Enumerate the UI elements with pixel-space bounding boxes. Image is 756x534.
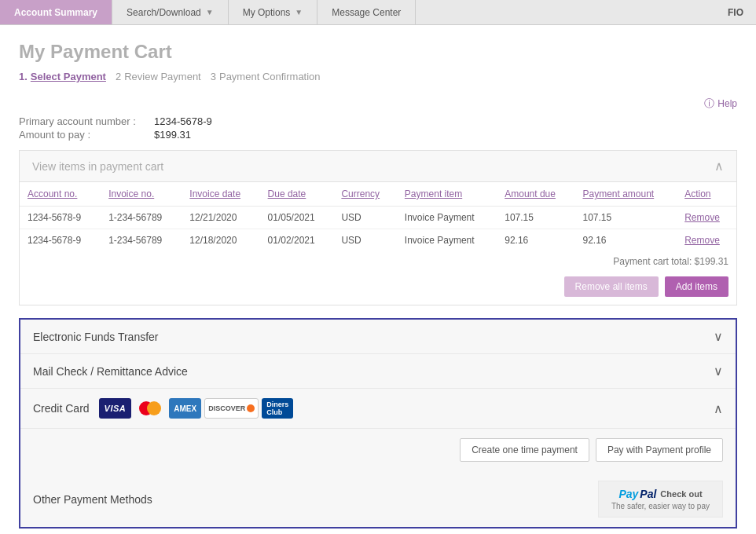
cell-due-date: 01/02/2021 (260, 229, 334, 252)
paypal-sub-text: The safer, easier way to pay (611, 502, 710, 510)
remove-link[interactable]: Remove (684, 212, 720, 223)
cell-payment-amount: 107.15 (574, 207, 677, 229)
paypal-icon-2: Pal (640, 488, 656, 500)
nav-tab-message-center[interactable]: Message Center (317, 0, 416, 24)
page-content: My Payment Cart 1. Select Payment 2 Revi… (0, 25, 756, 534)
cell-invoice-date: 12/21/2020 (182, 207, 259, 229)
step-3: 3 Payment Confirmation (211, 71, 321, 82)
nav-tab-label: My Options (243, 7, 291, 18)
cell-action: Remove (677, 229, 736, 252)
nav-user: FIO (715, 0, 756, 24)
account-info: Primary account number : 1234-5678-9 Amo… (19, 115, 737, 141)
cell-account: 1234-5678-9 (20, 229, 101, 252)
discover-icon: DISCOVER (204, 398, 259, 419)
pay-with-payment-profile-button[interactable]: Pay with Payment profile (596, 438, 723, 462)
table-row: 1234-5678-9 1-234-56789 12/18/2020 01/02… (20, 229, 736, 252)
chevron-up-icon: ∧ (714, 159, 724, 174)
mail-check-row[interactable]: Mail Check / Remittance Advice ∨ (20, 354, 736, 389)
cell-invoice-date: 12/18/2020 (182, 229, 259, 252)
eft-row[interactable]: Electronic Funds Transfer ∨ (20, 320, 736, 354)
chevron-down-icon: ∨ (714, 329, 723, 344)
step-3-label[interactable]: Payment Confirmation (219, 71, 321, 82)
other-payment-label: Other Payment Methods (33, 493, 152, 506)
col-action: Action (677, 182, 736, 207)
step-2-num: 2 (116, 71, 121, 82)
cell-amount-due: 107.15 (497, 207, 574, 229)
col-amount-due[interactable]: Amount due (497, 182, 574, 207)
dropdown-arrow-icon: ▼ (206, 8, 214, 16)
top-nav: Account Summary Search/Download ▼ My Opt… (0, 0, 756, 25)
cell-due-date: 01/05/2021 (260, 207, 334, 229)
step-3-num: 3 (211, 71, 216, 82)
nav-tab-account-summary[interactable]: Account Summary (0, 0, 112, 24)
credit-card-buttons: Create one time payment Pay with Payment… (20, 429, 736, 471)
amex-icon: AMEX (169, 398, 201, 419)
col-payment-item[interactable]: Payment item (397, 182, 497, 207)
chevron-down-icon: ∨ (714, 364, 723, 379)
step-1-label[interactable]: Select Payment (31, 71, 106, 82)
credit-card-left: Credit Card VISA AMEX DISCOVER (33, 398, 293, 419)
table-row: 1234-5678-9 1-234-56789 12/21/2020 01/05… (20, 207, 736, 229)
help-circle-icon: ⓘ (704, 97, 714, 111)
amount-to-pay-value: $199.31 (154, 129, 191, 141)
add-items-button[interactable]: Add items (665, 276, 728, 297)
col-payment-amount[interactable]: Payment amount (574, 182, 677, 207)
cart-section: View items in payment cart ∧ Account no.… (19, 150, 737, 305)
eft-label: Electronic Funds Transfer (33, 331, 159, 343)
cart-header[interactable]: View items in payment cart ∧ (20, 151, 736, 182)
cell-payment-item: Invoice Payment (397, 207, 497, 229)
remove-all-button[interactable]: Remove all items (564, 276, 659, 297)
credit-card-label: Credit Card (33, 402, 90, 415)
col-account-no[interactable]: Account no. (20, 182, 101, 207)
step-2-label[interactable]: Review Payment (124, 71, 201, 82)
col-currency[interactable]: Currency (333, 182, 396, 207)
nav-tab-label: Search/Download (127, 7, 201, 18)
cart-table: Account no. Invoice no. Invoice date Due… (20, 182, 736, 251)
cart-buttons: Remove all items Add items (20, 272, 736, 305)
create-one-time-payment-button[interactable]: Create one time payment (460, 438, 589, 462)
paypal-icon: Pay (618, 488, 638, 500)
paypal-logo: PayPal Check out (618, 488, 702, 500)
cart-header-title: View items in payment cart (32, 160, 163, 173)
cell-currency: USD (333, 229, 396, 252)
step-1: 1. Select Payment (19, 71, 106, 82)
step-2: 2 Review Payment (116, 71, 201, 82)
nav-tab-search-download[interactable]: Search/Download ▼ (112, 0, 229, 24)
cell-payment-amount: 92.16 (574, 229, 677, 252)
paypal-button[interactable]: PayPal Check out The safer, easier way t… (598, 481, 723, 518)
nav-tab-label: Message Center (332, 7, 401, 18)
remove-link[interactable]: Remove (684, 235, 720, 246)
cell-account: 1234-5678-9 (20, 207, 101, 229)
cart-total: Payment cart total: $199.31 (20, 251, 736, 272)
paypal-checkout-text: Check out (658, 489, 702, 499)
cell-currency: USD (333, 207, 396, 229)
amount-to-pay-label: Amount to pay : (19, 129, 145, 141)
primary-account-value: 1234-5678-9 (154, 115, 212, 127)
nav-tab-label: Account Summary (14, 7, 97, 18)
primary-account-label: Primary account number : (19, 115, 145, 127)
mail-check-label: Mail Check / Remittance Advice (33, 365, 188, 378)
cell-payment-item: Invoice Payment (397, 229, 497, 252)
cell-invoice: 1-234-56789 (101, 229, 182, 252)
credit-card-row[interactable]: Credit Card VISA AMEX DISCOVER (20, 389, 736, 429)
page-title: My Payment Cart (19, 41, 737, 63)
visa-icon: VISA (99, 398, 132, 419)
step-1-num: 1. (19, 71, 28, 82)
col-invoice-date[interactable]: Invoice date (182, 182, 259, 207)
col-invoice-no[interactable]: Invoice no. (101, 182, 182, 207)
nav-tab-my-options[interactable]: My Options ▼ (229, 0, 318, 24)
breadcrumb-steps: 1. Select Payment 2 Review Payment 3 Pay… (19, 71, 737, 82)
card-icons: VISA AMEX DISCOVER Diners (99, 398, 294, 419)
cell-invoice: 1-234-56789 (101, 207, 182, 229)
cell-action: Remove (677, 207, 736, 229)
col-due-date[interactable]: Due date (260, 182, 334, 207)
payment-methods-box: Electronic Funds Transfer ∨ Mail Check /… (19, 318, 737, 529)
help-link[interactable]: ⓘ Help (704, 97, 737, 111)
mastercard-icon (134, 398, 166, 419)
help-row: ⓘ Help (19, 97, 737, 111)
diners-icon: DinersClub (262, 398, 293, 419)
dropdown-arrow-icon: ▼ (295, 8, 303, 16)
chevron-up-icon: ∧ (714, 401, 723, 416)
cell-amount-due: 92.16 (497, 229, 574, 252)
other-payment-row: Other Payment Methods PayPal Check out T… (20, 471, 736, 527)
